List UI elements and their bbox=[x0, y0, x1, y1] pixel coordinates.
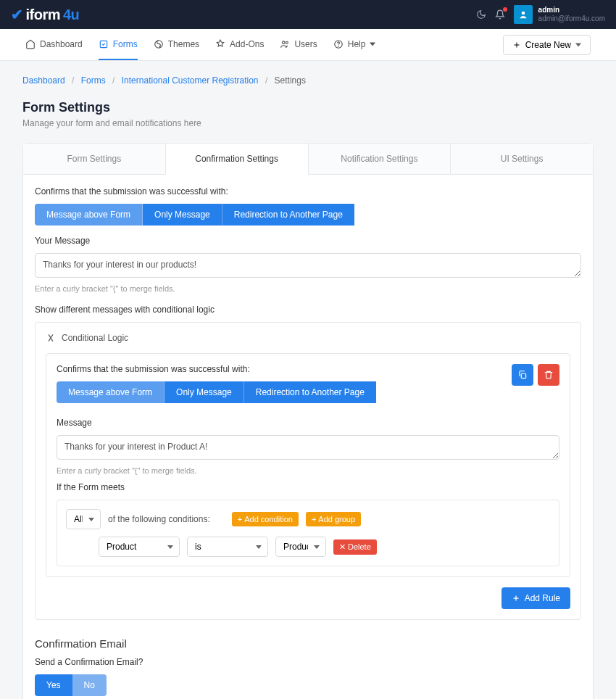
chevron-down-icon bbox=[575, 42, 581, 48]
rule-confirm-label: Confirms that the submission was success… bbox=[57, 364, 512, 374]
admin-email: admin@iform4u.com bbox=[538, 15, 605, 23]
conditional-panel: Conditional Logic Confirms that the subm… bbox=[35, 322, 581, 620]
if-meets-label: If the Form meets bbox=[57, 482, 559, 492]
rule-message-input[interactable]: Thanks for your interest in Product A! bbox=[57, 435, 559, 460]
show-diff-label: Show different messages with conditional… bbox=[35, 305, 581, 315]
tab-form-settings[interactable]: Form Settings bbox=[23, 144, 166, 175]
breadcrumb: Dashboard / Forms / International Custom… bbox=[22, 75, 594, 86]
svg-rect-8 bbox=[521, 373, 525, 378]
nav-help-label: Help bbox=[348, 39, 366, 49]
logo-check-icon: ✔ bbox=[11, 6, 23, 23]
nav-help[interactable]: Help bbox=[333, 29, 376, 60]
rule-message-helper: Enter a curly bracket "{" to merge field… bbox=[57, 466, 559, 475]
send-email-toggle: Yes No bbox=[35, 674, 107, 696]
forms-icon bbox=[99, 39, 109, 49]
tab-notification-settings[interactable]: Notification Settings bbox=[309, 144, 451, 175]
nav-users[interactable]: Users bbox=[280, 29, 317, 60]
delete-condition-button[interactable]: ✕Delete bbox=[333, 539, 377, 555]
admin-menu[interactable]: admin admin@iform4u.com bbox=[514, 5, 605, 24]
main-nav: Dashboard Forms Themes Add-Ons Users Hel… bbox=[0, 29, 616, 61]
nav-addons[interactable]: Add-Ons bbox=[215, 29, 264, 60]
confirm-type-label: Confirms that the submission was success… bbox=[35, 186, 581, 197]
create-new-label: Create New bbox=[525, 40, 571, 50]
confirmation-email-title: Confirmation Email bbox=[35, 637, 581, 650]
nav-dashboard-label: Dashboard bbox=[40, 39, 83, 49]
svg-point-1 bbox=[521, 12, 525, 15]
tab-confirmation-settings[interactable]: Confirmation Settings bbox=[166, 144, 309, 175]
of-following-label: of the following conditions: bbox=[108, 514, 210, 524]
page-subtitle: Manage your form and email notifications… bbox=[22, 118, 594, 128]
x-icon: ✕ bbox=[339, 542, 346, 552]
add-rule-label: Add Rule bbox=[525, 593, 560, 603]
plus-icon: + bbox=[312, 515, 316, 524]
copy-icon bbox=[517, 370, 528, 380]
avatar bbox=[514, 5, 533, 24]
condition-mode-select[interactable]: All bbox=[66, 509, 101, 529]
settings-tabs: Form Settings Confirmation Settings Noti… bbox=[23, 144, 593, 175]
send-email-no[interactable]: No bbox=[72, 674, 107, 696]
condition-field-select[interactable]: Product bbox=[99, 537, 180, 557]
confirm-type-group: Message above Form Only Message Redirect… bbox=[35, 204, 581, 226]
settings-card: Form Settings Confirmation Settings Noti… bbox=[22, 143, 594, 699]
breadcrumb-form-name[interactable]: International Customer Registration bbox=[122, 75, 259, 86]
home-icon bbox=[25, 39, 36, 49]
nav-forms-label: Forms bbox=[113, 39, 138, 49]
tab-ui-settings[interactable]: UI Settings bbox=[451, 144, 593, 175]
conditional-logic-title: Conditional Logic bbox=[62, 333, 128, 343]
nav-themes-label: Themes bbox=[168, 39, 199, 49]
add-condition-label: Add condition bbox=[244, 515, 293, 524]
conditions-box: All of the following conditions: +Add co… bbox=[57, 500, 559, 566]
plus-icon bbox=[512, 594, 520, 603]
logo[interactable]: ✔ iform4u bbox=[11, 6, 79, 23]
topbar-right: admin admin@iform4u.com bbox=[476, 5, 605, 24]
logic-icon bbox=[46, 333, 56, 343]
rule-msg-above[interactable]: Message above Form bbox=[57, 381, 165, 403]
add-group-button[interactable]: +Add group bbox=[306, 512, 361, 526]
nav-themes[interactable]: Themes bbox=[154, 29, 199, 60]
addons-icon bbox=[215, 39, 225, 49]
your-message-input[interactable]: Thanks for your interest in our products… bbox=[35, 253, 581, 278]
rule-redirect[interactable]: Redirection to Another Page bbox=[244, 381, 376, 403]
chevron-down-icon bbox=[370, 41, 375, 47]
create-new-button[interactable]: Create New bbox=[503, 35, 591, 55]
svg-point-4 bbox=[283, 41, 286, 44]
help-icon bbox=[333, 39, 344, 49]
plus-icon: + bbox=[238, 515, 242, 524]
add-rule-button[interactable]: Add Rule bbox=[501, 587, 570, 609]
breadcrumb-dashboard[interactable]: Dashboard bbox=[22, 75, 65, 86]
condition-value-select[interactable]: Product A bbox=[275, 537, 326, 557]
condition-operator-select[interactable]: is bbox=[187, 537, 268, 557]
topbar: ✔ iform4u admin admin@iform4u.com bbox=[0, 0, 616, 29]
bell-icon[interactable] bbox=[495, 9, 505, 20]
send-email-label: Send a Confirmation Email? bbox=[35, 657, 581, 667]
plus-icon bbox=[512, 41, 521, 49]
nav-forms[interactable]: Forms bbox=[99, 29, 138, 60]
nav-addons-label: Add-Ons bbox=[230, 39, 264, 49]
svg-point-7 bbox=[338, 46, 338, 46]
users-icon bbox=[280, 39, 290, 49]
your-message-helper: Enter a curly bracket "{" to merge field… bbox=[35, 284, 581, 293]
moon-icon[interactable] bbox=[476, 9, 486, 20]
content: Dashboard / Forms / International Custom… bbox=[11, 61, 605, 699]
admin-name: admin bbox=[538, 6, 605, 15]
conditional-rule: Confirms that the submission was success… bbox=[46, 353, 570, 577]
breadcrumb-forms[interactable]: Forms bbox=[81, 75, 106, 86]
logo-suffix: 4u bbox=[63, 7, 79, 23]
add-condition-button[interactable]: +Add condition bbox=[232, 512, 299, 526]
svg-point-5 bbox=[286, 41, 288, 44]
themes-icon bbox=[154, 39, 164, 49]
page-title: Form Settings bbox=[22, 100, 594, 115]
nav-users-label: Users bbox=[294, 39, 317, 49]
breadcrumb-current: Settings bbox=[275, 75, 306, 86]
rule-only-msg[interactable]: Only Message bbox=[165, 381, 244, 403]
admin-info: admin admin@iform4u.com bbox=[538, 6, 605, 23]
nav-dashboard[interactable]: Dashboard bbox=[25, 29, 83, 60]
send-email-yes[interactable]: Yes bbox=[35, 674, 72, 696]
delete-rule-button[interactable] bbox=[538, 364, 559, 386]
rule-confirm-type-group: Message above Form Only Message Redirect… bbox=[57, 381, 512, 403]
your-message-label: Your Message bbox=[35, 236, 581, 246]
duplicate-rule-button[interactable] bbox=[512, 364, 533, 386]
confirm-msg-above[interactable]: Message above Form bbox=[35, 204, 143, 226]
confirm-only-msg[interactable]: Only Message bbox=[143, 204, 222, 226]
confirm-redirect[interactable]: Redirection to Another Page bbox=[222, 204, 354, 226]
